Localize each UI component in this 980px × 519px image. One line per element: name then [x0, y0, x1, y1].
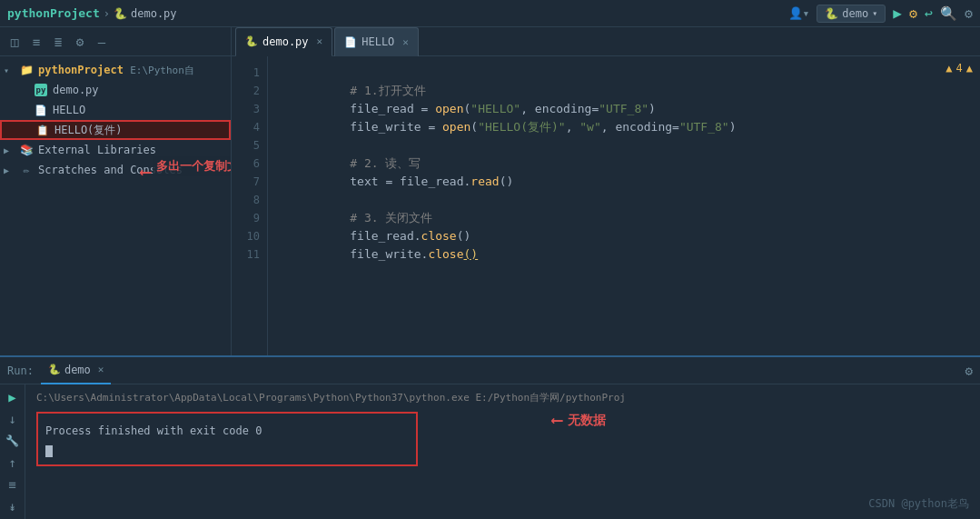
- bottom-content: ▶ ↓ 🔧 ↑ ≡ ↡ C:\Users\Administrator\AppDa…: [0, 384, 980, 519]
- tab-hello-icon: 📄: [344, 36, 357, 48]
- code-line-8: # 3. 关闭文件: [279, 191, 969, 209]
- cursor: [45, 445, 53, 457]
- tree-arrow-scratches: ▶: [4, 165, 18, 175]
- code-content[interactable]: # 1.打开文件 file_read = open("HELLO", encod…: [268, 56, 980, 355]
- tree-label-demopy: demo.py: [53, 84, 99, 96]
- tree-label-scratches: Scratches and Consoles: [38, 164, 183, 176]
- tab-hello[interactable]: 📄 HELLO ✕: [334, 27, 419, 56]
- tree-label-extlibs: External Libraries: [38, 144, 156, 156]
- sidebar-icon-list2[interactable]: ≣: [49, 33, 67, 51]
- run-button[interactable]: ▶: [893, 5, 902, 22]
- warning-icon: ▲: [945, 62, 952, 75]
- console-cursor-line: [45, 443, 409, 459]
- run-config-arrow: ▾: [872, 8, 877, 18]
- annotation-nodata: ⟵ 无数据: [552, 412, 606, 428]
- code-editor: ▲ 4 ▲ 1 2 3 4 5 6 7 8 9 10 11 # 1.打开文件: [232, 56, 980, 355]
- breadcrumb-sep: ›: [104, 7, 110, 20]
- settings-button[interactable]: ⚙: [965, 5, 973, 22]
- python-file-icon: py: [33, 82, 49, 98]
- tab-bar: 🐍 demo.py ✕ 📄 HELLO ✕: [232, 27, 980, 56]
- sidebar-icon-list[interactable]: ≡: [27, 33, 45, 51]
- run-tab-label: demo: [64, 364, 91, 376]
- tree-item-hello[interactable]: 📄 HELLO: [0, 100, 231, 120]
- gutter-warning: ▲ 4 ▲: [945, 62, 973, 75]
- sidebar-icon-gear[interactable]: ⚙: [71, 33, 89, 51]
- folder-icon: 📁: [18, 62, 35, 78]
- rerun-button[interactable]: ↩: [925, 5, 933, 22]
- tab-demopy-close[interactable]: ✕: [317, 35, 323, 47]
- tab-hello-close[interactable]: ✕: [402, 36, 409, 48]
- tree-item-extlibs[interactable]: ▶ 📚 External Libraries: [0, 140, 231, 160]
- console-up-btn[interactable]: ↑: [3, 454, 23, 472]
- search-button[interactable]: 🔍: [940, 5, 957, 22]
- tree-arrow-extlibs: ▶: [4, 145, 18, 155]
- console-down-btn[interactable]: ↓: [3, 410, 23, 428]
- hello-file-icon: 📄: [33, 102, 49, 118]
- current-file[interactable]: demo.py: [131, 7, 177, 20]
- run-config-icon: 🐍: [825, 7, 838, 20]
- title-breadcrumb: pythonProject › 🐍 demo.py: [7, 6, 177, 20]
- watermark: CSDN @python老鸟: [868, 495, 969, 512]
- sidebar-icon-layout[interactable]: ◫: [5, 33, 24, 51]
- run-tab-icon: 🐍: [48, 364, 61, 375]
- line-numbers: 1 2 3 4 5 6 7 8 9 10 11: [232, 56, 268, 355]
- file-icon-title: 🐍: [114, 7, 127, 20]
- console-tool-btn[interactable]: 🔧: [3, 432, 23, 450]
- tab-demopy[interactable]: 🐍 demo.py ✕: [235, 27, 332, 56]
- console-run-btn[interactable]: ▶: [3, 388, 23, 406]
- build-button[interactable]: ⚙: [909, 5, 917, 22]
- sidebar: Project ◫ ≡ ≣ ⚙ — ▾ 📁 pythonProject E:\P…: [0, 27, 232, 355]
- code-line-1: # 1.打开文件: [279, 64, 969, 82]
- bottom-panel: Run: 🐍 demo ✕ ⚙ ▶ ↓ 🔧 ↑ ≡ ↡ C:\Users\Adm…: [0, 355, 980, 519]
- tree-item-scratches[interactable]: ▶ ✏ Scratches and Consoles: [0, 160, 231, 180]
- sidebar-icon-minus[interactable]: —: [93, 33, 111, 51]
- tree-label-hello: HELLO: [53, 104, 85, 116]
- console-output-box: Process finished with exit code 0: [36, 412, 418, 466]
- run-tab-close[interactable]: ✕: [98, 364, 104, 375]
- tree-arrow-root: ▾: [4, 65, 18, 75]
- sidebar-toolbar: ◫ ≡ ≣ ⚙ —: [0, 27, 231, 56]
- main-layout: Project ◫ ≡ ≣ ⚙ — ▾ 📁 pythonProject E:\P…: [0, 27, 980, 355]
- tree-root[interactable]: ▾ 📁 pythonProject E:\Python自: [0, 60, 231, 80]
- extlibs-icon: 📚: [18, 142, 35, 158]
- avatar-icon[interactable]: 👤▾: [788, 6, 810, 20]
- run-label: Run:: [7, 364, 34, 377]
- console-output[interactable]: C:\Users\Administrator\AppData\Local\Pro…: [25, 384, 980, 519]
- console-bottom-btn[interactable]: ↡: [3, 497, 23, 515]
- run-config-label: demo: [842, 7, 868, 20]
- title-bar-actions: 👤▾ 🐍 demo ▾ ▶ ⚙ ↩ 🔍 ⚙: [788, 5, 974, 23]
- console-result: Process finished with exit code 0: [45, 423, 409, 439]
- tab-hello-label: HELLO: [361, 35, 394, 48]
- bottom-tab-bar: Run: 🐍 demo ✕ ⚙: [0, 357, 980, 384]
- tree-item-demopy[interactable]: py demo.py: [0, 80, 231, 100]
- hello-copy-icon: 📋: [35, 122, 51, 138]
- tab-demopy-label: demo.py: [262, 35, 309, 48]
- gutter-chevron[interactable]: ▲: [966, 62, 973, 75]
- title-bar: pythonProject › 🐍 demo.py 👤▾ 🐍 demo ▾ ▶ …: [0, 0, 980, 27]
- bottom-gear-button[interactable]: ⚙: [965, 364, 973, 378]
- code-line-5: # 2. 读、写: [279, 136, 969, 155]
- editor-area: 🐍 demo.py ✕ 📄 HELLO ✕ ▲ 4 ▲ 1 2 3 4: [232, 27, 980, 355]
- console-list-btn[interactable]: ≡: [3, 475, 23, 494]
- project-name[interactable]: pythonProject: [7, 6, 100, 20]
- tab-demopy-icon: 🐍: [245, 35, 258, 47]
- scratches-icon: ✏: [18, 162, 35, 178]
- console-command: C:\Users\Administrator\AppData\Local\Pro…: [36, 390, 969, 406]
- tree-item-hello-copy[interactable]: 📋 HELLO(复件): [0, 120, 231, 140]
- warning-count: 4: [956, 62, 963, 75]
- project-tree: ▾ 📁 pythonProject E:\Python自 py demo.py: [0, 56, 231, 355]
- tree-root-label: pythonProject E:\Python自: [38, 64, 194, 77]
- run-config-button[interactable]: 🐍 demo ▾: [817, 5, 886, 23]
- tree-label-hello-copy: HELLO(复件): [54, 123, 123, 138]
- bottom-toolbar: ▶ ↓ 🔧 ↑ ≡ ↡: [0, 384, 25, 519]
- run-tab-demo[interactable]: 🐍 demo ✕: [41, 357, 112, 384]
